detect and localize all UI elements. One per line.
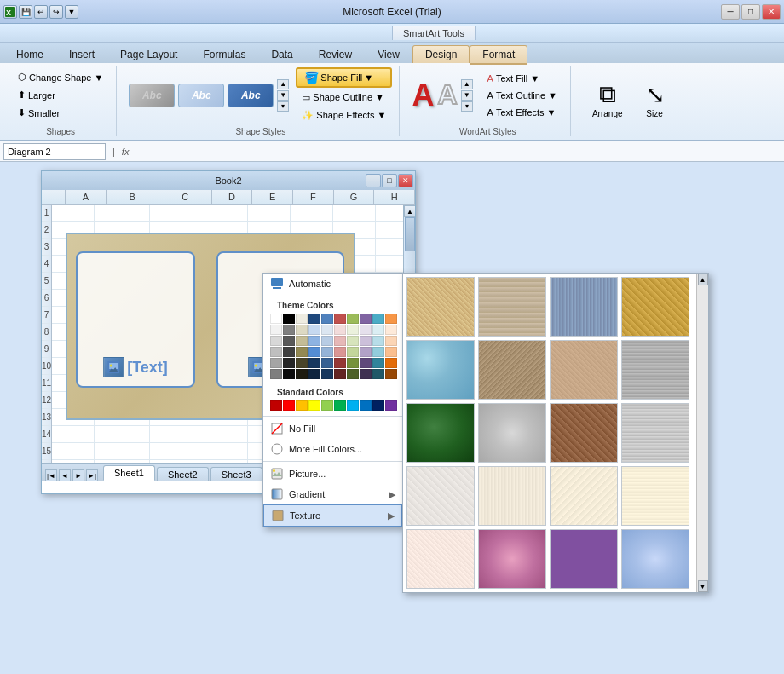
tab-review[interactable]: Review [306, 45, 365, 63]
theme-color-58[interactable] [372, 369, 384, 379]
theme-color-38[interactable] [372, 347, 384, 357]
text-fill-btn[interactable]: A Text Fill ▼ [481, 71, 563, 86]
texture-denim[interactable] [550, 277, 618, 337]
theme-color-48[interactable] [372, 358, 384, 368]
texture-brown-marble[interactable] [550, 403, 618, 463]
smartart-box-left[interactable]: [Text] [76, 251, 195, 388]
theme-color-57[interactable] [360, 369, 372, 379]
wordart-a-red[interactable]: A [412, 78, 434, 113]
theme-color-37[interactable] [360, 347, 372, 357]
tab-home[interactable]: Home [3, 45, 56, 63]
standard-color-6[interactable] [347, 400, 359, 411]
theme-color-15[interactable] [334, 325, 346, 335]
smaller-btn[interactable]: ⬇ Smaller [12, 105, 109, 121]
standard-color-0[interactable] [270, 400, 282, 411]
quick-undo-btn[interactable]: ↩ [34, 5, 48, 19]
row-10[interactable]: 10 [42, 358, 51, 375]
menu-automatic[interactable]: Automatic [263, 274, 402, 294]
col-header-h[interactable]: H [374, 190, 415, 204]
close-btn[interactable]: ✕ [762, 4, 781, 20]
standard-color-9[interactable] [385, 400, 397, 411]
shape-style-2[interactable]: Abc [178, 84, 224, 107]
theme-color-53[interactable] [308, 369, 320, 379]
row-13[interactable]: 13 [42, 409, 51, 426]
tab-page-layout[interactable]: Page Layout [107, 45, 190, 63]
theme-color-42[interactable] [296, 358, 308, 368]
cell-b15[interactable] [95, 443, 150, 460]
theme-color-56[interactable] [347, 369, 359, 379]
cell-c16[interactable] [150, 460, 205, 463]
shape-style-3[interactable]: Abc [228, 84, 274, 107]
cell-d1[interactable] [205, 205, 248, 222]
cell-d15[interactable] [205, 443, 248, 460]
quick-save-btn[interactable]: 💾 [19, 5, 32, 19]
cell-e1[interactable] [248, 205, 291, 222]
menu-texture[interactable]: Texture ▶ [263, 504, 402, 527]
wordart-expand[interactable]: ▾ [461, 101, 473, 112]
cell-c15[interactable] [150, 443, 205, 460]
tex-scroll-up[interactable]: ▲ [698, 274, 708, 285]
texture-fish-fossil[interactable] [550, 340, 618, 400]
standard-color-2[interactable] [296, 400, 308, 411]
wordart-scroll-down[interactable]: ▼ [461, 90, 473, 101]
change-shape-btn[interactable]: ⬡ Change Shape ▼ [12, 69, 109, 85]
standard-color-3[interactable] [308, 400, 320, 411]
text-fill-arrow[interactable]: ▼ [530, 73, 539, 84]
name-box[interactable] [3, 143, 106, 160]
theme-color-54[interactable] [321, 369, 333, 379]
quick-redo-btn[interactable]: ↪ [49, 5, 63, 19]
tab-view[interactable]: View [365, 45, 412, 63]
shape-style-1[interactable]: Abc [129, 84, 175, 107]
col-header-e[interactable]: E [252, 190, 293, 204]
cell-c1[interactable] [150, 205, 205, 222]
theme-color-40[interactable] [270, 358, 282, 368]
texture-newsprint[interactable] [406, 466, 475, 526]
arrange-btn[interactable]: ⧉ Arrange [583, 77, 632, 123]
theme-color-28[interactable] [372, 336, 384, 346]
sheet-tab-3[interactable]: Sheet3 [210, 467, 262, 481]
texture-blue-tissue[interactable] [621, 529, 689, 589]
theme-color-24[interactable] [321, 336, 333, 346]
texture-paper-bag[interactable] [478, 340, 546, 400]
theme-color-13[interactable] [308, 325, 320, 335]
theme-color-29[interactable] [385, 336, 397, 346]
theme-color-20[interactable] [270, 336, 282, 346]
maximize-btn[interactable]: □ [741, 4, 760, 20]
theme-color-31[interactable] [283, 347, 295, 357]
theme-color-19[interactable] [385, 325, 397, 335]
gallery-expand[interactable]: ▾ [277, 101, 289, 112]
theme-color-55[interactable] [334, 369, 346, 379]
theme-color-26[interactable] [347, 336, 359, 346]
row-9[interactable]: 9 [42, 341, 51, 358]
text-effects-btn[interactable]: A Text Effects ▼ [481, 105, 563, 120]
theme-color-25[interactable] [334, 336, 346, 346]
sheet-nav-next[interactable]: ► [72, 469, 84, 481]
text-outline-btn[interactable]: A Text Outline ▼ [481, 88, 563, 103]
larger-btn[interactable]: ⬆ Larger [12, 87, 109, 103]
theme-color-52[interactable] [296, 369, 308, 379]
texture-purple-mesh[interactable] [550, 529, 618, 589]
shape-fill-btn[interactable]: 🪣 Shape Fill ▼ [296, 67, 392, 88]
wordart-scroll-up[interactable]: ▲ [461, 79, 473, 89]
shape-effects-btn[interactable]: ✨ Shape Effects ▼ [296, 107, 392, 124]
sheet-tab-2[interactable]: Sheet2 [157, 467, 209, 481]
scroll-up-btn[interactable]: ▲ [404, 205, 415, 217]
theme-color-33[interactable] [308, 347, 320, 357]
texture-pink-tissue[interactable] [406, 529, 475, 589]
theme-color-30[interactable] [270, 347, 282, 357]
col-header-d[interactable]: D [212, 190, 253, 204]
theme-color-27[interactable] [360, 336, 372, 346]
theme-color-0[interactable] [270, 314, 282, 324]
cell-c14[interactable] [150, 426, 205, 443]
cell-b16[interactable] [95, 460, 150, 463]
row-15[interactable]: 15 [42, 443, 51, 460]
gallery-scroll-up[interactable]: ▲ [277, 79, 289, 89]
texture-stationery[interactable] [621, 466, 689, 526]
row-2[interactable]: 2 [42, 222, 51, 239]
theme-color-36[interactable] [347, 347, 359, 357]
texture-water-droplets[interactable] [406, 340, 475, 400]
theme-color-9[interactable] [385, 314, 397, 324]
theme-color-35[interactable] [334, 347, 346, 357]
size-btn[interactable]: ⤡ Size [636, 77, 674, 123]
theme-color-10[interactable] [270, 325, 282, 335]
